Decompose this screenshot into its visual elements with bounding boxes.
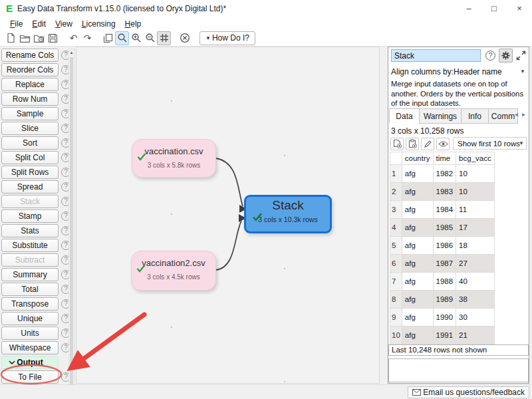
duplicate-icon[interactable] (101, 31, 115, 45)
zoom-in-icon[interactable] (129, 31, 143, 45)
table-row[interactable]: 10afg199121 (390, 327, 495, 344)
cancel-icon[interactable] (178, 31, 192, 45)
transform-rename-cols[interactable]: Rename Cols (1, 49, 59, 62)
transform-transpose[interactable]: Transpose (1, 297, 59, 311)
show-rows-dropdown[interactable]: Show first 10 rows ▼ (453, 137, 527, 150)
email-feedback-button[interactable]: Email us questions/feedback (408, 386, 529, 398)
copy-to-new-icon[interactable] (390, 138, 404, 150)
scrollbar-thumb[interactable] (70, 57, 73, 399)
sidebar-scrollbar[interactable]: ▲ ▼ (68, 49, 74, 399)
zoom-out-icon[interactable] (143, 31, 157, 45)
comment-box[interactable] (388, 358, 529, 382)
table-row[interactable]: 9afg199030 (390, 309, 495, 327)
table-row[interactable]: 1afg198210 (390, 165, 495, 183)
close-button[interactable]: × (507, 0, 532, 17)
transform-split-rows[interactable]: Split Rows (1, 166, 59, 179)
table-row[interactable]: 6afg198727 (390, 255, 495, 273)
main-area: Rename Cols?Reorder Cols?Replace?Row Num… (0, 47, 532, 384)
toolbar: ↶ ↷ ▼ How Do I? (0, 30, 532, 47)
transform-slice[interactable]: Slice (1, 122, 59, 135)
status-bar: Email us questions/feedback (0, 384, 532, 399)
table-row[interactable]: 2afg198310 (390, 183, 495, 201)
dropdown-caret-icon: ▼ (205, 35, 211, 41)
tab-info[interactable]: Info (461, 108, 489, 124)
transform-stack[interactable]: Stack (1, 195, 59, 208)
open-recent-icon[interactable] (32, 31, 46, 45)
column-header-country[interactable]: country (402, 152, 433, 165)
flow-canvas[interactable]: vaccination.csv 3 cols x 5.8k rows vacci… (76, 47, 380, 384)
column-header-time[interactable]: time (433, 152, 456, 165)
table-row[interactable]: 7afg198840 (390, 273, 495, 291)
transform-sort[interactable]: Sort (1, 136, 59, 150)
table-row[interactable]: 5afg198618 (390, 237, 495, 255)
rows-not-shown-note: Last 10,248 rows not shown (388, 344, 529, 356)
table-row[interactable]: 4afg198517 (390, 219, 495, 237)
tab-scroll-right-icon[interactable]: ► (520, 112, 527, 118)
check-icon (136, 265, 146, 273)
app-logo-icon: E (6, 3, 13, 14)
open-file-icon[interactable] (18, 31, 32, 45)
transform-replace[interactable]: Replace (1, 78, 59, 91)
check-icon (137, 153, 146, 161)
align-columns-dropdown[interactable]: Header name ▼ (454, 65, 527, 78)
undo-icon[interactable]: ↶ (66, 31, 80, 45)
sidebar-section-output[interactable]: Output (1, 356, 59, 369)
node-name-input[interactable] (391, 49, 481, 62)
data-table-body: 1afg1982102afg1983103afg1984114afg198517… (390, 165, 495, 344)
menu-edit[interactable]: Edit (27, 19, 51, 29)
tab-scroll-left-icon[interactable]: ◄ (513, 112, 520, 118)
pan-zoom-icon[interactable] (115, 31, 129, 45)
edit-pencil-icon[interactable] (421, 138, 434, 150)
transform-description: Merge input datasets one on top of anoth… (391, 79, 527, 108)
node-vaccination-csv[interactable]: vaccination.csv 3 cols x 5.8k rows (132, 139, 216, 178)
eye-icon[interactable] (436, 138, 450, 150)
data-table: countrytimebcg_vacc 1afg1982102afg198310… (390, 152, 495, 344)
gear-icon[interactable] (499, 49, 513, 63)
data-toolbar (390, 137, 452, 150)
menu-help[interactable]: Help (120, 19, 146, 29)
transform-reorder-cols[interactable]: Reorder Cols (1, 63, 59, 76)
transform-row-num[interactable]: Row Num (1, 92, 59, 106)
menu-view[interactable]: View (51, 19, 77, 29)
transform-total[interactable]: Total (1, 283, 59, 296)
grid-snap-icon[interactable] (157, 31, 171, 45)
transform-sidebar: Rename Cols?Reorder Cols?Replace?Row Num… (0, 47, 75, 384)
node-title: Stack (246, 198, 330, 213)
node-stack-selected[interactable]: Stack 3 cols x 10.3k rows (244, 195, 332, 233)
table-row[interactable]: 8afg198938 (390, 291, 495, 309)
transform-stats[interactable]: Stats (1, 224, 59, 237)
transform-subtract[interactable]: Subtract (1, 253, 59, 267)
tab-data[interactable]: Data (389, 108, 420, 124)
transform-summary[interactable]: Summary (1, 268, 59, 281)
transform-units[interactable]: Units (1, 327, 59, 340)
maximize-button[interactable]: □ (481, 0, 507, 17)
table-row[interactable]: 3afg198411 (390, 201, 495, 219)
paste-icon[interactable] (406, 138, 419, 150)
minimize-button[interactable]: – (456, 0, 481, 17)
transform-spread[interactable]: Spread (1, 180, 59, 194)
menu-file[interactable]: File (5, 19, 27, 29)
transform-sample[interactable]: Sample (1, 107, 59, 120)
transform-substitute[interactable]: Substitute (1, 239, 59, 252)
transform-to-file[interactable]: To File (1, 370, 59, 384)
menu-licensing[interactable]: Licensing (77, 19, 120, 29)
how-do-i-button[interactable]: ▼ How Do I? (200, 31, 255, 45)
how-do-i-label: How Do I? (212, 33, 249, 43)
help-icon[interactable]: ? (483, 49, 497, 63)
redo-icon[interactable]: ↷ (80, 31, 94, 45)
tab-warnings[interactable]: Warnings (419, 108, 462, 124)
node-vaccination2-csv[interactable]: vaccination2.csv 3 cols x 4.5k rows (131, 251, 216, 291)
window-controls: – □ × (456, 0, 532, 17)
expand-icon[interactable] (514, 49, 528, 63)
transform-whitespace[interactable]: Whitespace (1, 341, 59, 354)
chevron-down-icon: ▼ (519, 140, 524, 146)
envelope-icon (412, 389, 421, 396)
transform-stamp[interactable]: Stamp (1, 209, 59, 223)
transform-unique[interactable]: Unique (1, 312, 59, 325)
transform-split-col[interactable]: Split Col (1, 151, 59, 164)
column-header-bcg-vacc[interactable]: bcg_vacc (456, 152, 495, 165)
new-file-icon[interactable] (4, 31, 18, 45)
scroll-up-icon[interactable]: ▲ (69, 51, 74, 55)
chevron-down-icon: ▼ (520, 68, 525, 74)
save-icon[interactable] (46, 31, 60, 45)
